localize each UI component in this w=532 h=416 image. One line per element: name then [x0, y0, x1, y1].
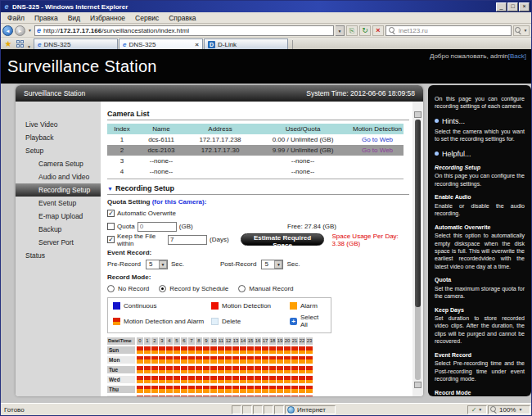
schedule-cell[interactable] — [174, 346, 180, 354]
schedule-cell[interactable] — [188, 376, 195, 383]
schedule-cell[interactable] — [262, 366, 268, 373]
schedule-cell[interactable] — [159, 356, 165, 364]
schedule-cell[interactable] — [188, 346, 195, 354]
schedule-cell[interactable] — [210, 376, 217, 383]
schedule-cell[interactable] — [262, 346, 268, 354]
schedule-cell[interactable] — [174, 376, 180, 383]
schedule-cell[interactable] — [291, 356, 298, 364]
schedule-cell[interactable] — [291, 346, 298, 354]
schedule-cell[interactable] — [299, 396, 305, 396]
schedule-cell[interactable] — [232, 396, 239, 396]
schedule-cell[interactable] — [174, 366, 180, 373]
schedule-cell[interactable] — [181, 396, 187, 396]
schedule-cell[interactable] — [225, 366, 232, 373]
sidebar-item-server-port[interactable]: Server Port — [16, 236, 101, 249]
schedule-cell[interactable] — [144, 396, 151, 396]
schedule-cell[interactable] — [277, 366, 283, 373]
sidebar-item-backup[interactable]: Backup — [16, 223, 101, 236]
schedule-cell[interactable] — [284, 396, 291, 396]
legend-delete-swatch[interactable] — [211, 318, 219, 325]
radio-no-record[interactable] — [107, 285, 115, 292]
schedule-cell[interactable] — [144, 356, 151, 364]
schedule-cell[interactable] — [181, 346, 187, 354]
schedule-cell[interactable] — [269, 366, 276, 373]
menu-item-[interactable]: Избранное — [85, 14, 130, 22]
schedule-cell[interactable] — [196, 366, 202, 373]
schedule-cell[interactable] — [247, 366, 254, 373]
schedule-cell[interactable] — [159, 366, 165, 373]
vertical-scrollbar[interactable] — [413, 102, 423, 396]
legend-item-motion-detection-and-alarm[interactable]: Motion Detection and Alarm — [113, 314, 211, 328]
schedule-cell[interactable] — [262, 376, 268, 383]
schedule-cell[interactable] — [188, 356, 195, 364]
schedule-cell[interactable] — [240, 356, 246, 364]
schedule-cell[interactable] — [203, 386, 210, 393]
quick-tabs-icon[interactable] — [16, 38, 25, 49]
camera-row[interactable]: 1dcs-6111172.17.17.2380.00 / Unlimited (… — [107, 134, 404, 145]
schedule-cell[interactable] — [225, 386, 232, 393]
schedule-cell[interactable] — [218, 356, 224, 364]
go-to-web-link[interactable]: Go to Web — [362, 136, 393, 143]
schedule-cell[interactable] — [210, 396, 217, 396]
schedule-cell[interactable] — [306, 356, 313, 364]
scrollbar-track[interactable] — [415, 120, 421, 380]
menu-item-[interactable]: Правка — [29, 14, 63, 22]
sidebar-item-e-map-upload[interactable]: E-map Upload — [16, 210, 101, 223]
schedule-cell[interactable] — [196, 356, 202, 364]
schedule-cell[interactable] — [174, 356, 180, 364]
schedule-cell[interactable] — [166, 386, 173, 393]
schedule-cell[interactable] — [137, 366, 143, 373]
protected-mode-button[interactable]: ✓ ▼ — [467, 405, 487, 414]
schedule-cell[interactable] — [210, 346, 217, 354]
schedule-cell[interactable] — [284, 366, 291, 373]
sidebar-item-live-video[interactable]: Live Video — [16, 118, 101, 131]
schedule-cell[interactable] — [144, 346, 151, 354]
recording-setup-header[interactable]: ▼ Recording Setup — [107, 184, 409, 192]
schedule-cell[interactable] — [151, 356, 158, 364]
legend-item-motion-detection[interactable]: Motion Detection — [211, 302, 290, 310]
schedule-cell[interactable] — [203, 356, 210, 364]
schedule-cell[interactable] — [166, 376, 173, 383]
schedule-cell[interactable] — [262, 386, 268, 393]
schedule-cell[interactable] — [247, 376, 254, 383]
camera-row[interactable]: 3--none----none-- — [107, 156, 404, 166]
schedule-cell[interactable] — [262, 396, 268, 396]
refresh-button[interactable]: ↻ — [359, 25, 371, 36]
schedule-cell[interactable] — [203, 366, 210, 373]
menu-item-[interactable]: Сервис — [130, 14, 164, 22]
favorites-star-icon[interactable]: ★ — [2, 38, 14, 49]
legend-split-swatch[interactable] — [113, 318, 120, 325]
schedule-cell[interactable] — [291, 396, 298, 396]
schedule-cell[interactable] — [247, 356, 254, 364]
schedule-cell[interactable] — [137, 376, 143, 383]
schedule-cell[interactable] — [284, 356, 291, 364]
schedule-cell[interactable] — [306, 396, 313, 396]
schedule-cell[interactable] — [218, 386, 224, 393]
menu-item-[interactable]: Файл — [2, 14, 29, 22]
schedule-cell[interactable] — [159, 386, 165, 393]
camera-row[interactable]: 2dcs-2103172.17.17.309.99 / Unlimited (G… — [107, 145, 404, 156]
schedule-cell[interactable] — [225, 356, 232, 364]
sidebar-item-setup[interactable]: Setup — [16, 144, 101, 157]
schedule-cell[interactable] — [196, 396, 202, 396]
sidebar-item-camera-setup[interactable]: Camera Setup — [16, 157, 101, 170]
schedule-cell[interactable] — [255, 346, 261, 354]
schedule-cell[interactable] — [225, 346, 232, 354]
schedule-cell[interactable] — [284, 346, 291, 354]
schedule-cell[interactable] — [166, 396, 173, 396]
schedule-cell[interactable] — [159, 376, 165, 383]
keep-days-input[interactable] — [168, 235, 207, 245]
schedule-cell[interactable] — [218, 396, 224, 396]
back-link[interactable]: [Back] — [508, 52, 526, 60]
schedule-cell[interactable] — [269, 346, 276, 354]
compatibility-button[interactable]: ⎘ — [346, 25, 358, 36]
schedule-cell[interactable] — [166, 366, 173, 373]
close-tab-icon[interactable]: × — [195, 41, 199, 48]
schedule-cell[interactable] — [203, 376, 210, 383]
schedule-cell[interactable] — [255, 386, 261, 393]
keep-days-checkbox[interactable]: ✓ — [107, 236, 115, 243]
maximize-button[interactable]: □ — [507, 2, 518, 11]
schedule-cell[interactable] — [137, 396, 143, 396]
schedule-cell[interactable] — [299, 376, 305, 383]
schedule-cell[interactable] — [269, 376, 276, 383]
